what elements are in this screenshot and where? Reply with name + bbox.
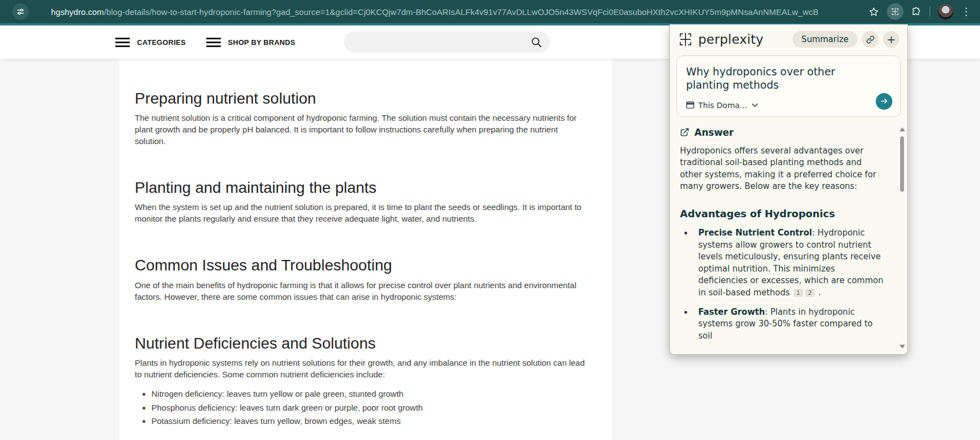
question-card[interactable]: Why hydroponics over other planting meth…: [677, 55, 901, 117]
scope-label: This Doma…: [698, 101, 748, 110]
browser-toolbar: hgshydro.com/blog-details/how-to-start-h…: [0, 0, 980, 23]
advantage-item: Faster Growth: Plants in hydroponic syst…: [693, 306, 886, 342]
link-icon: [866, 35, 875, 44]
nav-categories[interactable]: CATEGORIES: [137, 38, 186, 47]
advantages-list: Precise Nutrient Control: Hydroponic sys…: [693, 227, 886, 342]
perplexity-logo-icon: [678, 32, 693, 47]
summarize-button[interactable]: Summarize: [793, 31, 857, 48]
open-answer-icon[interactable]: [680, 127, 689, 137]
scroll-up-icon[interactable]: [900, 127, 905, 131]
list-item: Nitrogen deficiency: leaves turn yellow …: [151, 388, 590, 400]
scroll-down-icon[interactable]: [900, 345, 905, 349]
question-title: Why hydroponics over other planting meth…: [686, 65, 869, 92]
categories-menu-icon[interactable]: [115, 38, 130, 47]
list-item: Potassium deficiency: leaves turn yellow…: [151, 416, 590, 427]
answer-intro: Hydroponics offers several advantages ov…: [680, 145, 886, 193]
advantages-heading: Advantages of Hydroponics: [680, 208, 886, 219]
copy-link-button[interactable]: [862, 31, 879, 48]
search-bar[interactable]: [344, 32, 550, 53]
domain-window-icon: [686, 101, 694, 109]
answer-section: Answer Hydroponics offers several advant…: [670, 117, 907, 342]
profile-avatar[interactable]: [938, 4, 953, 19]
url-path: /blog-details/how-to-start-hydroponic-fa…: [104, 7, 819, 17]
site-settings-icon[interactable]: [12, 3, 29, 20]
perplexity-brand: perplexity: [678, 32, 764, 47]
section-body: Plants in hydroponic systems rely on nut…: [135, 357, 590, 380]
url-domain: hgshydro.com: [51, 7, 104, 17]
section-body: The nutrient solution is a critical comp…: [135, 112, 590, 147]
section-body: One of the main benefits of hydroponic f…: [135, 279, 590, 303]
answer-label: Answer: [694, 127, 734, 138]
article-section: Common Issues and Troubleshooting One of…: [135, 257, 590, 302]
perplexity-extension-icon[interactable]: [887, 3, 903, 20]
panel-scrollbar[interactable]: [898, 127, 906, 349]
scrollbar-thumb[interactable]: [900, 136, 904, 192]
section-heading: Common Issues and Troubleshooting: [135, 257, 590, 274]
nav-shop-by-brands[interactable]: SHOP BY BRANDS: [228, 38, 295, 47]
new-thread-button[interactable]: +: [883, 31, 900, 48]
section-body: When the system is set up and the nutrie…: [135, 201, 590, 224]
extensions-puzzle-icon[interactable]: [911, 7, 922, 17]
article-section: Nutrient Deficiencies and Solutions Plan…: [135, 335, 590, 380]
article-section: Planting and maintaining the plants When…: [135, 179, 590, 224]
citation-chip[interactable]: 2: [805, 289, 815, 297]
section-heading: Preparing nutrient solution: [135, 90, 590, 108]
section-heading: Planting and maintaining the plants: [135, 179, 590, 197]
perplexity-side-panel: perplexity Summarize + Why hydroponics o…: [669, 24, 908, 355]
bookmark-star-icon[interactable]: [869, 7, 879, 17]
browser-menu-icon[interactable]: ⋮: [961, 7, 971, 17]
url-bar[interactable]: hgshydro.com/blog-details/how-to-start-h…: [51, 7, 863, 17]
plus-icon: +: [887, 34, 896, 45]
arrow-right-icon: [880, 97, 888, 105]
search-input[interactable]: [344, 32, 530, 53]
deficiency-list: Nitrogen deficiency: leaves turn yellow …: [151, 388, 590, 427]
search-icon[interactable]: [530, 36, 542, 48]
advantage-item: Precise Nutrient Control: Hydroponic sys…: [693, 227, 886, 299]
brands-menu-icon[interactable]: [206, 38, 221, 47]
submit-question-button[interactable]: [876, 93, 892, 110]
chevron-down-icon: [751, 103, 758, 108]
article-section: Preparing nutrient solution The nutrient…: [135, 90, 590, 147]
section-heading: Nutrient Deficiencies and Solutions: [135, 335, 590, 352]
toolbar-divider: [930, 7, 930, 17]
scope-selector[interactable]: This Doma…: [686, 101, 891, 110]
list-item: Phosphorus deficiency: leaves turn dark …: [151, 402, 590, 413]
brand-wordmark: perplexity: [698, 32, 764, 47]
blog-article: Preparing nutrient solution The nutrient…: [119, 59, 612, 440]
citation-chip[interactable]: 1: [794, 289, 803, 297]
